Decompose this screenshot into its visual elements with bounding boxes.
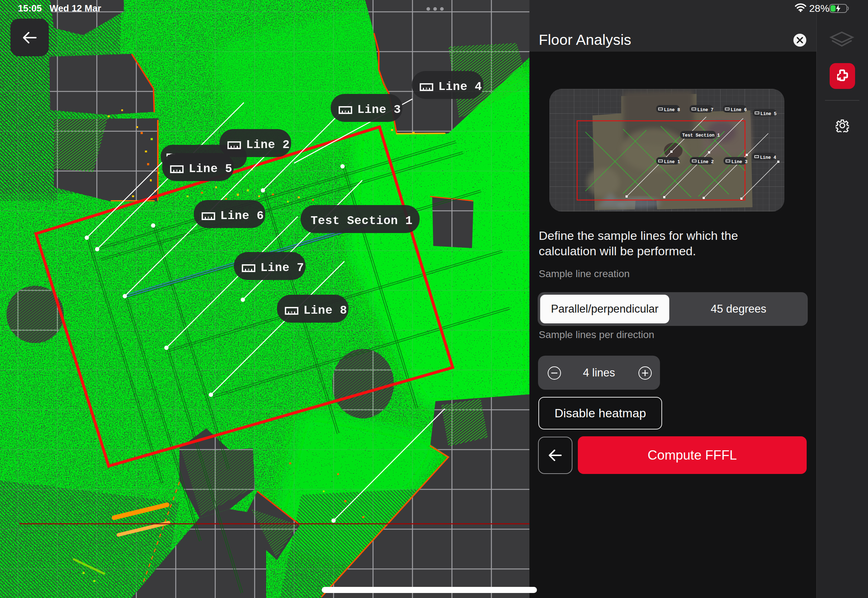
- svg-text:Test Section 1: Test Section 1: [682, 133, 720, 138]
- svg-text:Test Section 1: Test Section 1: [311, 214, 413, 228]
- svg-text:Line 1: Line 1: [664, 160, 680, 164]
- svg-text:Line 7: Line 7: [697, 108, 714, 112]
- svg-text:Line 2: Line 2: [246, 138, 290, 152]
- svg-text:Line 6: Line 6: [220, 209, 264, 223]
- svg-text:Line 8: Line 8: [304, 304, 347, 317]
- svg-text:Line 3: Line 3: [357, 103, 401, 117]
- svg-text:Line 4: Line 4: [438, 80, 482, 94]
- svg-text:Line 4: Line 4: [760, 155, 777, 160]
- svg-text:Line 7: Line 7: [260, 262, 304, 275]
- svg-text:Line 3: Line 3: [731, 160, 747, 164]
- svg-text:Line 8: Line 8: [664, 108, 680, 112]
- svg-text:Line 6: Line 6: [730, 108, 747, 112]
- svg-text:Line 5: Line 5: [189, 162, 232, 176]
- svg-text:Line 5: Line 5: [760, 112, 777, 117]
- svg-text:Line 2: Line 2: [697, 160, 714, 164]
